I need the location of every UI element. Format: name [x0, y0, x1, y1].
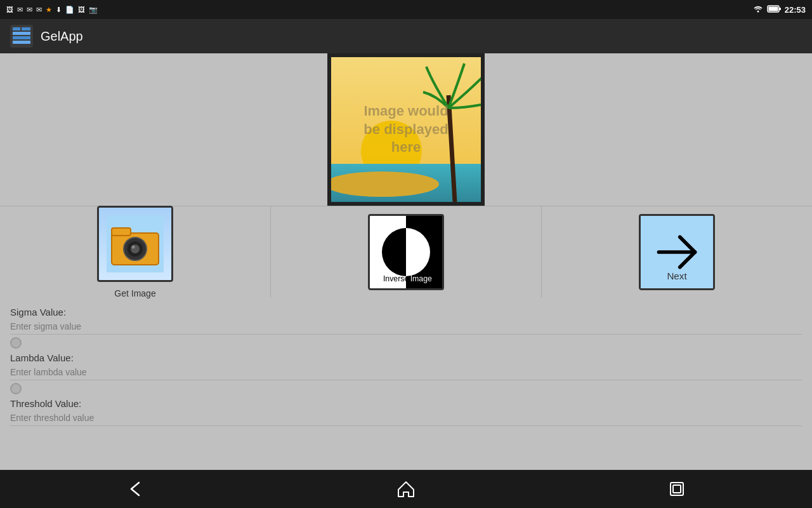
title-bar: GelApp [0, 19, 812, 53]
sigma-slider-row [10, 337, 802, 349]
svg-rect-34 [673, 485, 681, 493]
sigma-label: Sigma Value: [10, 307, 802, 318]
time-display: 22:53 [785, 5, 806, 15]
camera-icon: 📷 [89, 6, 98, 14]
wifi-icon [753, 4, 763, 15]
sigma-slider-dot[interactable] [10, 337, 22, 349]
photo-icon: 🖼 [78, 6, 85, 13]
svg-rect-8 [13, 41, 30, 44]
get-image-label: Get Image [114, 288, 155, 298]
app-logo [10, 25, 33, 48]
svg-rect-5 [22, 27, 30, 30]
get-image-icon-box [97, 206, 173, 282]
svg-point-0 [757, 10, 759, 12]
svg-rect-4 [13, 27, 20, 30]
lambda-label: Lambda Value: [10, 352, 802, 363]
sigma-field-group: Sigma Value: [10, 307, 802, 335]
svg-marker-32 [398, 482, 414, 497]
status-bar: 🖼 ✉ ✉ ✉ ★ ⬇ 📄 🖼 📷 22:53 [0, 0, 812, 19]
back-button[interactable] [119, 473, 151, 505]
form-area: Sigma Value: Lambda Value: Threshold Val… [0, 298, 812, 426]
battery-icon [767, 5, 781, 15]
image-frame: Image would be displayed here [327, 53, 485, 206]
email3-icon: ✉ [36, 6, 42, 14]
svg-text:Next: Next [667, 271, 687, 281]
lambda-input[interactable] [10, 364, 802, 380]
svg-point-20 [132, 246, 135, 249]
home-button[interactable] [390, 473, 422, 505]
lambda-slider-row [10, 383, 802, 394]
email-icon: ✉ [17, 6, 23, 14]
app-title: GelApp [41, 29, 83, 44]
download-icon: ⬇ [56, 6, 62, 14]
svg-rect-6 [13, 32, 30, 35]
status-icons-right: 22:53 [753, 4, 806, 15]
main-content: Image would be displayed here [0, 53, 812, 470]
next-icon-box: Next [639, 214, 715, 290]
svg-rect-7 [13, 36, 30, 39]
svg-rect-3 [779, 8, 781, 10]
inverse-image-icon-box: Inverse Image [368, 214, 444, 290]
svg-rect-16 [112, 228, 131, 236]
svg-text:Inverse: Inverse [383, 274, 409, 283]
status-icons-left: 🖼 ✉ ✉ ✉ ★ ⬇ 📄 🖼 📷 [6, 6, 98, 14]
svg-text:Image: Image [410, 274, 432, 283]
lambda-field-group: Lambda Value: [10, 352, 802, 380]
star-icon: ★ [46, 6, 52, 14]
threshold-label: Threshold Value: [10, 398, 802, 409]
next-button[interactable]: Next [542, 206, 812, 298]
get-image-button[interactable]: Get Image [0, 206, 271, 298]
sigma-input[interactable] [10, 319, 802, 335]
svg-rect-2 [768, 6, 778, 11]
threshold-field-group: Threshold Value: [10, 398, 802, 426]
image-preview-area: Image would be displayed here [0, 53, 812, 206]
nav-bar [0, 470, 812, 508]
gallery-icon: 🖼 [6, 6, 13, 13]
button-row: Get Image [0, 206, 812, 298]
recent-apps-button[interactable] [661, 473, 693, 505]
file-icon: 📄 [65, 6, 74, 14]
inverse-image-button[interactable]: Inverse Image [271, 206, 542, 298]
email2-icon: ✉ [27, 6, 32, 14]
threshold-input[interactable] [10, 410, 802, 426]
svg-point-19 [131, 244, 140, 253]
lambda-slider-dot[interactable] [10, 383, 22, 394]
